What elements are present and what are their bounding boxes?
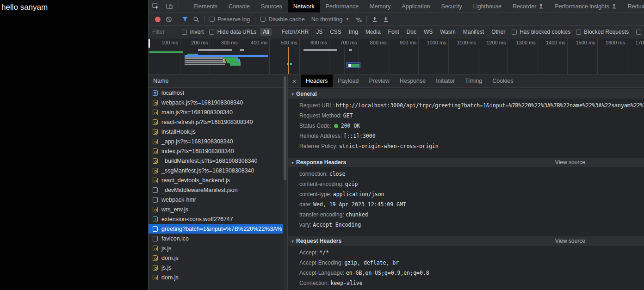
detail-tab-cookies[interactable]: Cookies bbox=[487, 74, 518, 87]
request-name: webpack-hmr bbox=[161, 197, 196, 203]
overview-handle[interactable] bbox=[149, 39, 150, 48]
devtools-tab-security[interactable]: Security bbox=[436, 0, 468, 12]
preserve-log-checkbox[interactable]: Preserve log bbox=[207, 16, 253, 23]
export-har-button[interactable] bbox=[380, 14, 391, 25]
devtools-tab-network[interactable]: Network bbox=[288, 0, 320, 12]
toolbar-divider bbox=[179, 0, 179, 7]
detail-tab-response[interactable]: Response bbox=[395, 74, 431, 87]
device-toolbar-button[interactable] bbox=[162, 0, 176, 12]
filter-type-css[interactable]: CSS bbox=[327, 28, 344, 36]
js-file-icon bbox=[153, 110, 158, 115]
devtools-tab-lighthouse[interactable]: Lighthouse bbox=[468, 0, 507, 12]
request-row[interactable]: webpack-hmr bbox=[149, 195, 283, 204]
timeline-tick-label: 800 ms bbox=[356, 40, 387, 45]
request-row[interactable]: webpack.js?ts=1681908308340 bbox=[149, 98, 283, 107]
request-row[interactable]: _buildManifest.js?ts=1681908308340 bbox=[149, 156, 283, 166]
network-filter-input[interactable]: Filter bbox=[152, 29, 173, 35]
devtools-tab-redux[interactable]: Redux bbox=[622, 0, 644, 12]
hide-data-urls-checkbox[interactable]: Hide data URLs bbox=[206, 29, 259, 35]
third-party-requests-checkbox[interactable] bbox=[633, 30, 644, 35]
filter-type-wasm[interactable]: Wasm bbox=[437, 28, 458, 36]
filter-type-ws[interactable]: WS bbox=[421, 28, 435, 36]
search-button[interactable] bbox=[191, 14, 202, 25]
filter-type-font[interactable]: Font bbox=[385, 28, 402, 36]
request-row[interactable]: greeting?batch=1&input=%7B%220%22%3A%7..… bbox=[149, 224, 283, 234]
throttling-value: No throttling bbox=[311, 16, 342, 23]
filter-type-all[interactable]: All bbox=[260, 28, 272, 36]
request-row[interactable]: favicon.ico bbox=[149, 234, 283, 243]
section-header-general[interactable]: ▾General bbox=[288, 89, 644, 99]
toolbar-divider bbox=[275, 29, 275, 36]
request-row[interactable]: wrs_env.js bbox=[149, 204, 283, 214]
header-key: Status Code: bbox=[299, 123, 333, 129]
header-key: Request Method: bbox=[299, 112, 343, 119]
record-network-log-button[interactable] bbox=[152, 14, 163, 25]
request-row[interactable]: react-refresh.js?ts=1681908308340 bbox=[149, 117, 283, 127]
toolbar-divider bbox=[255, 16, 255, 23]
devtools-tab-performance-insights[interactable]: Performance insights bbox=[549, 0, 622, 12]
network-overview-timeline[interactable]: 100 ms200 ms300 ms400 ms500 ms600 ms700 … bbox=[149, 38, 644, 74]
hide-data-urls-label: Hide data URLs bbox=[217, 29, 256, 35]
header-key: content-type: bbox=[299, 191, 333, 197]
triangle-down-icon: ▾ bbox=[291, 92, 294, 97]
request-row[interactable]: installHook.js bbox=[149, 127, 283, 136]
filter-type-fetch-xhr[interactable]: Fetch/XHR bbox=[279, 28, 311, 36]
filter-type-img[interactable]: Img bbox=[346, 28, 361, 36]
detail-tab-payload[interactable]: Payload bbox=[333, 74, 364, 87]
clear-network-log-button[interactable] bbox=[163, 14, 174, 25]
request-row[interactable]: js.js bbox=[149, 243, 283, 253]
devtools-tab-elements[interactable]: Elements bbox=[188, 0, 223, 12]
request-row[interactable]: _devMiddlewareManifest.json bbox=[149, 185, 283, 195]
filter-type-js[interactable]: JS bbox=[313, 28, 325, 36]
scrollbar-thumb[interactable] bbox=[284, 76, 286, 180]
tab-label: Lighthouse bbox=[473, 3, 502, 10]
devtools-tab-memory[interactable]: Memory bbox=[364, 0, 396, 12]
request-row[interactable]: dom.js bbox=[149, 272, 283, 282]
section-header-response-headers[interactable]: ▾Response HeadersView source bbox=[288, 158, 644, 167]
has-blocked-cookies-checkbox[interactable]: Has blocked cookies bbox=[509, 29, 573, 35]
request-list-scrollbar[interactable] bbox=[283, 74, 287, 290]
devtools-tab-sources[interactable]: Sources bbox=[255, 0, 288, 12]
filter-type-other[interactable]: Other bbox=[489, 28, 508, 36]
invert-filter-checkbox[interactable]: Invert bbox=[179, 29, 206, 35]
import-har-button[interactable] bbox=[369, 14, 380, 25]
filter-type-doc[interactable]: Doc bbox=[404, 28, 419, 36]
view-source-button[interactable]: View source bbox=[555, 158, 585, 167]
throttling-select[interactable]: No throttling ▼ bbox=[308, 16, 353, 23]
section-header-request-headers[interactable]: ▾Request HeadersView source bbox=[288, 236, 644, 246]
js-file-icon bbox=[153, 207, 158, 212]
domcontentloaded-marker bbox=[288, 47, 289, 74]
request-row[interactable]: dom.js bbox=[149, 253, 283, 263]
request-row[interactable]: _ssgManifest.js?ts=1681908308340 bbox=[149, 166, 283, 175]
timeline-tick-label: 1600 ms bbox=[594, 40, 625, 45]
request-row[interactable]: localhost bbox=[149, 88, 283, 98]
network-conditions-button[interactable] bbox=[353, 14, 364, 25]
devtools-tab-application[interactable]: Application bbox=[396, 0, 435, 12]
filter-button[interactable] bbox=[180, 14, 191, 25]
plain-file-icon bbox=[153, 226, 158, 232]
request-row[interactable]: js.js bbox=[149, 263, 283, 272]
disable-cache-checkbox[interactable]: Disable cache bbox=[258, 16, 308, 23]
request-row[interactable]: _app.js?ts=1681908308340 bbox=[149, 136, 283, 146]
view-source-button[interactable]: View source bbox=[555, 236, 585, 246]
request-row[interactable]: extension-icons.woff2?6747 bbox=[149, 214, 283, 224]
devtools-tab-console[interactable]: Console bbox=[223, 0, 255, 12]
name-column-header[interactable]: Name bbox=[149, 74, 283, 88]
inspect-element-button[interactable] bbox=[149, 0, 162, 12]
waterfall-bar bbox=[149, 51, 183, 53]
devtools-tab-performance[interactable]: Performance bbox=[320, 0, 365, 12]
section-title: General bbox=[296, 91, 317, 97]
detail-tab-initiator[interactable]: Initiator bbox=[431, 74, 460, 87]
request-row[interactable]: index.js?ts=1681908308340 bbox=[149, 146, 283, 156]
detail-tab-headers[interactable]: Headers bbox=[301, 74, 333, 87]
close-details-button[interactable]: × bbox=[288, 74, 301, 87]
detail-tab-timing[interactable]: Timing bbox=[460, 74, 487, 87]
filter-type-manifest[interactable]: Manifest bbox=[460, 28, 487, 36]
timeline-tick-label: 900 ms bbox=[386, 40, 416, 45]
detail-tab-preview[interactable]: Preview bbox=[364, 74, 394, 87]
devtools-tab-recorder[interactable]: Recorder bbox=[507, 0, 549, 12]
filter-type-media[interactable]: Media bbox=[363, 28, 384, 36]
blocked-requests-checkbox[interactable]: Blocked Requests bbox=[573, 29, 632, 35]
request-row[interactable]: react_devtools_backend.js bbox=[149, 175, 283, 185]
request-row[interactable]: main.js?ts=1681908308340 bbox=[149, 107, 283, 117]
